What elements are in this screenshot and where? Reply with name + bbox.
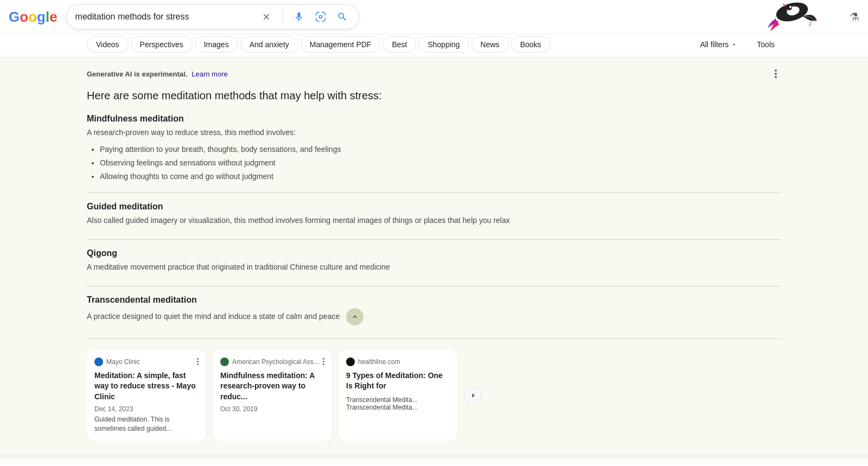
method-title: Transcendental meditation [87, 295, 781, 305]
cards-next-arrow[interactable] [464, 387, 482, 404]
header: Google [0, 0, 868, 34]
ai-notice-bold: Generative AI is experimental. [87, 70, 187, 78]
lens-button[interactable] [313, 9, 328, 24]
source-site-info: healthline.com [346, 358, 400, 366]
card-tag: Transcendental Medita... [346, 404, 450, 411]
site-favicon [94, 358, 103, 366]
source-card-healthline[interactable]: healthline.com 9 Types of Meditation: On… [339, 350, 458, 441]
card-title: 9 Types of Meditation: One Is Right for [346, 371, 450, 392]
google-logo[interactable]: Google [9, 9, 58, 25]
nav-filter-bar: Videos Perspectives Images And anxiety M… [0, 34, 868, 58]
svg-point-4 [789, 6, 792, 8]
svg-point-0 [319, 16, 322, 18]
card-tag: Transcendental Medita... [346, 396, 450, 404]
meditation-method-guided: Guided meditation Also called guided ima… [87, 202, 781, 240]
search-bar [66, 4, 359, 29]
bullet-item: Observing feelings and sensations withou… [100, 156, 781, 170]
site-name: Mayo Clinic [106, 358, 140, 366]
ai-answer-title: Here are some meditation methods that ma… [87, 88, 781, 103]
nav-chip-management-pdf[interactable]: Management PDF [301, 36, 381, 53]
card-header: healthline.com [346, 358, 450, 366]
search-button[interactable] [335, 9, 350, 24]
learn-more-link[interactable]: Learn more [192, 70, 227, 78]
meditation-method-transcendental: Transcendental meditation A practice des… [87, 295, 781, 339]
main-content: Generative AI is experimental. Learn mor… [0, 58, 868, 458]
nav-chip-and-anxiety[interactable]: And anxiety [240, 36, 298, 53]
bullet-item: Paying attention to your breath, thought… [100, 143, 781, 156]
search-input[interactable] [75, 12, 255, 22]
nav-chip-books[interactable]: Books [511, 36, 551, 53]
source-card-apa[interactable]: American Psychological Ass... Mindfulnes… [213, 350, 332, 441]
card-more-button[interactable] [323, 358, 324, 365]
doodle-decoration: ♪ ♪ [754, 1, 825, 31]
method-title: Qigong [87, 248, 781, 258]
method-desc: A practice designed to quiet the mind an… [87, 308, 781, 325]
meditation-method-mindfulness: Mindfulness meditation A research-proven… [87, 114, 781, 193]
method-desc: A research-proven way to reduce stress, … [87, 127, 781, 138]
nav-right-controls: All filters Tools [693, 37, 781, 52]
card-snippet: Guided meditation. This is sometimes cal… [94, 415, 199, 433]
method-bullets: Paying attention to your breath, thought… [87, 143, 781, 184]
method-title: Mindfulness meditation [87, 114, 781, 124]
site-favicon [220, 358, 229, 366]
nav-chip-videos[interactable]: Videos [87, 36, 129, 53]
svg-text:♪: ♪ [815, 17, 818, 23]
bullet-item: Allowing thoughts to come and go without… [100, 170, 781, 183]
site-name: healthline.com [358, 358, 400, 366]
source-site-info: Mayo Clinic [94, 358, 140, 366]
source-site-info: American Psychological Ass... [220, 358, 319, 366]
method-desc: A meditative movement practice that orig… [87, 261, 781, 273]
source-cards-container: Mayo Clinic Meditation: A simple, fast w… [87, 350, 781, 441]
nav-chip-perspectives[interactable]: Perspectives [131, 36, 193, 53]
card-date: Oct 30, 2019 [220, 405, 324, 413]
nav-chip-images[interactable]: Images [195, 36, 238, 53]
card-tags: Transcendental Medita... Transcendental … [346, 396, 450, 411]
source-card-mayo[interactable]: Mayo Clinic Meditation: A simple, fast w… [87, 350, 206, 441]
nav-chip-news[interactable]: News [471, 36, 509, 53]
ai-notice-bar: Generative AI is experimental. Learn mor… [87, 68, 781, 79]
card-header: Mayo Clinic [94, 358, 199, 366]
site-name: American Psychological Ass... [232, 358, 319, 366]
collapse-button[interactable] [346, 308, 363, 325]
labs-icon[interactable]: ⚗ [850, 10, 859, 23]
all-filters-button[interactable]: All filters [693, 37, 744, 52]
search-icon-group [259, 9, 350, 24]
card-more-button[interactable] [197, 358, 199, 365]
meditation-method-qigong: Qigong A meditative movement practice th… [87, 248, 781, 286]
more-options-icon[interactable] [770, 68, 781, 79]
nav-chip-shopping[interactable]: Shopping [418, 36, 469, 53]
nav-chip-best[interactable]: Best [382, 36, 416, 53]
ai-answer-section: Generative AI is experimental. Learn mor… [0, 58, 868, 454]
voice-search-button[interactable] [291, 9, 307, 24]
card-title: Mindfulness meditation: A research-prove… [220, 371, 324, 403]
clear-button[interactable] [259, 10, 273, 24]
site-favicon [346, 358, 355, 366]
card-header: American Psychological Ass... [220, 358, 324, 366]
method-title: Guided meditation [87, 202, 781, 212]
method-desc: Also called guided imagery or visualizat… [87, 215, 781, 226]
card-date: Dec 14, 2023 [94, 405, 199, 413]
tools-button[interactable]: Tools [750, 37, 781, 52]
card-title: Meditation: A simple, fast way to reduce… [94, 371, 199, 403]
svg-text:♪: ♪ [808, 19, 812, 28]
